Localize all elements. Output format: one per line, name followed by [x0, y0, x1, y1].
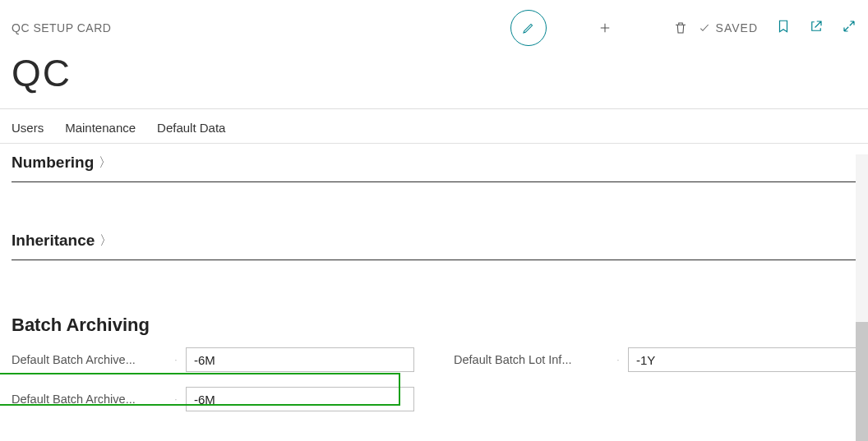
section-batch-archiving[interactable]: Batch Archiving — [12, 300, 856, 347]
dots-separator: · — [610, 354, 628, 365]
dots-separator: · — [168, 393, 186, 405]
chevron-right-icon: 〉 — [99, 154, 112, 172]
vertical-scrollbar[interactable] — [856, 154, 868, 441]
tab-default-data[interactable]: Default Data — [157, 121, 225, 135]
new-button[interactable] — [588, 11, 622, 45]
saved-status: SAVED — [698, 21, 758, 34]
chevron-right-icon: 〉 — [99, 232, 113, 250]
field-label: Default Batch Archive... — [12, 353, 168, 366]
bookmark-icon — [776, 19, 791, 34]
field-default-batch-archive-1: Default Batch Archive... · — [12, 347, 414, 372]
expand-button[interactable] — [842, 19, 856, 37]
field-default-batch-archive-2: Default Batch Archive... · — [12, 387, 414, 411]
plus-icon — [598, 21, 612, 35]
tab-users[interactable]: Users — [12, 121, 44, 135]
default-batch-archive-1-input[interactable] — [186, 347, 414, 372]
dots-separator: · — [168, 354, 186, 365]
trash-icon — [673, 21, 688, 35]
saved-label: SAVED — [716, 21, 758, 34]
check-icon — [698, 21, 711, 34]
field-label: Default Batch Archive... — [12, 393, 168, 406]
popout-button[interactable] — [809, 19, 824, 37]
pencil-icon — [521, 21, 536, 35]
bookmark-button[interactable] — [776, 19, 791, 37]
popout-icon — [809, 19, 824, 34]
section-inheritance-label: Inheritance — [12, 232, 95, 250]
default-batch-archive-2-input[interactable] — [186, 387, 414, 411]
section-numbering-label: Numbering — [12, 154, 94, 172]
field-label: Default Batch Lot Inf... — [454, 353, 610, 366]
section-inheritance[interactable]: Inheritance 〉 — [12, 228, 856, 253]
page-title: QC — [0, 46, 868, 108]
tab-maintenance[interactable]: Maintenance — [65, 121, 136, 135]
card-type-label: QC SETUP CARD — [12, 21, 111, 34]
section-numbering[interactable]: Numbering 〉 — [12, 150, 856, 175]
action-tabs: Users Maintenance Default Data — [0, 109, 868, 144]
edit-button[interactable] — [510, 10, 547, 46]
delete-button[interactable] — [663, 11, 698, 45]
field-default-batch-lot-info: Default Batch Lot Inf... · — [454, 347, 856, 372]
default-batch-lot-info-input[interactable] — [628, 347, 856, 372]
scroll-thumb[interactable] — [856, 322, 868, 441]
expand-icon — [842, 19, 856, 34]
